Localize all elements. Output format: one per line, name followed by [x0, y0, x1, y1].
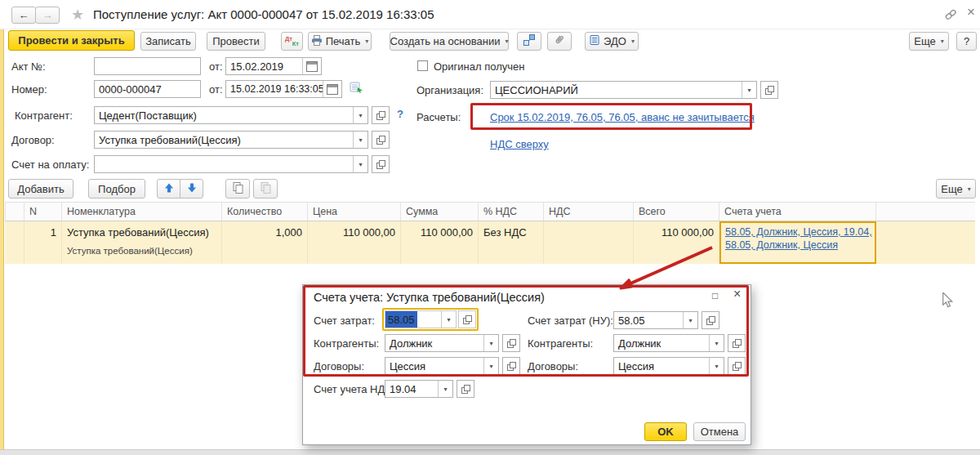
invoice-dropdown-icon[interactable]: ▾ — [353, 156, 368, 172]
vat-account-dropdown-icon[interactable]: ▾ — [438, 381, 452, 397]
cost-account-dropdown-icon[interactable]: ▾ — [441, 311, 456, 328]
organization-open-button[interactable] — [760, 81, 778, 99]
dialog-close-icon[interactable]: × — [733, 288, 741, 301]
contracts-nu-dropdown-icon[interactable]: ▾ — [709, 358, 724, 374]
dtkt-postings-button[interactable]: Дт Кт — [281, 32, 303, 51]
contract-dropdown-icon[interactable]: ▾ — [353, 132, 368, 148]
contracts-open-button[interactable] — [502, 357, 520, 375]
number-datetime-input[interactable]: 15.02.2019 16:33:05 — [225, 80, 342, 98]
counterparties-nu-value: Должник — [614, 335, 709, 351]
header-vat-percent[interactable]: % НДС — [479, 202, 544, 221]
settlements-link[interactable]: Срок 15.02.2019, 76.05, 76.05, аванс не … — [490, 111, 755, 123]
counterparty-open-button[interactable] — [372, 106, 390, 124]
dialog-maximize-icon[interactable]: □ — [712, 291, 718, 301]
help-button[interactable]: ? — [956, 32, 977, 51]
table-more-button[interactable]: Еще ▾ — [936, 179, 976, 199]
create-based-on-button[interactable]: Создать на основании ▾ — [390, 32, 509, 51]
print-dropdown-icon: ▾ — [365, 38, 368, 45]
cost-account-nu-open-button[interactable] — [702, 311, 719, 329]
act-date-input[interactable]: 15.02.2019 — [225, 57, 322, 75]
ok-button[interactable]: OK — [644, 422, 687, 441]
contracts-nu-open-button[interactable] — [728, 357, 746, 375]
related-documents-button[interactable] — [517, 32, 541, 51]
header-accounts[interactable]: Счета учета — [719, 202, 876, 221]
cost-account-combobox[interactable]: 58.05 ▾ — [385, 310, 457, 328]
counterparty-combobox[interactable]: Цедент(Поставщик) ▾ — [94, 106, 368, 124]
forward-button[interactable]: → — [35, 7, 60, 24]
number-input[interactable]: 0000-000047 — [94, 80, 201, 98]
header-sum[interactable]: Сумма — [401, 202, 479, 221]
header-n[interactable]: N — [24, 202, 62, 221]
cell-vat-percent[interactable]: Без НДС — [479, 221, 544, 264]
accounts-link-line2[interactable]: 58.05, Должник, Цессия — [725, 239, 871, 252]
header-vat[interactable]: НДС — [544, 202, 634, 221]
organization-dropdown-icon[interactable]: ▾ — [742, 82, 756, 98]
post-button[interactable]: Провести — [207, 32, 265, 51]
cancel-button[interactable]: Отмена — [693, 422, 746, 441]
cell-n[interactable]: 1 — [24, 221, 62, 264]
delete-row-button[interactable] — [253, 179, 278, 199]
vat-account-open-button[interactable] — [457, 380, 474, 398]
dtkt-icon: Дт Кт — [285, 35, 299, 47]
open-form-icon — [733, 362, 741, 370]
cell-accounts[interactable]: 58.05, Должник, Цессия, 19.04, 58.05, До… — [719, 221, 876, 264]
counterparties-nu-dropdown-icon[interactable]: ▾ — [709, 335, 724, 351]
table-more-label: Еще — [941, 183, 962, 195]
header-quantity[interactable]: Количество — [222, 202, 308, 221]
counterparties-dropdown-icon[interactable]: ▾ — [483, 335, 498, 351]
cost-account-open-button[interactable] — [458, 310, 476, 328]
cost-account-nu-combobox[interactable]: 58.05 ▾ — [613, 311, 698, 329]
contract-value: Уступка требований(Цессия) — [95, 132, 353, 148]
cell-quantity[interactable]: 1,000 — [222, 221, 308, 264]
contracts-combobox[interactable]: Цессия ▾ — [385, 357, 499, 375]
cell-total[interactable]: 110 000,00 — [634, 221, 719, 264]
header-total[interactable]: Всего — [634, 202, 719, 221]
header-price[interactable]: Цена — [308, 202, 401, 221]
number-datetime-calendar-icon[interactable] — [323, 81, 341, 97]
get-link-icon[interactable] — [944, 8, 958, 24]
contract-open-button[interactable] — [372, 131, 390, 149]
edo-button[interactable]: ЭДО ▾ — [585, 32, 639, 51]
add-row-button[interactable]: Добавить — [8, 179, 74, 199]
contract-combobox[interactable]: Уступка требований(Цессия) ▾ — [94, 131, 368, 149]
counterparties-open-button[interactable] — [502, 334, 520, 352]
back-button[interactable]: ← — [11, 7, 36, 24]
header-nomenclature[interactable]: Номенклатура — [62, 202, 222, 221]
copy-row-button[interactable] — [225, 179, 250, 199]
counterparties-nu-open-button[interactable] — [728, 334, 746, 352]
move-row-up-button[interactable] — [157, 179, 180, 199]
counterparty-hint-icon[interactable]: ? — [397, 108, 403, 120]
act-no-input[interactable] — [94, 57, 201, 75]
cell-nomenclature[interactable]: Уступка требований(Цессия) Уступка требо… — [62, 221, 222, 264]
select-number-icon[interactable] — [350, 82, 364, 97]
move-row-down-button[interactable] — [180, 179, 203, 199]
post-and-close-button[interactable]: Провести и закрыть — [8, 30, 135, 51]
print-button[interactable]: Печать ▾ — [308, 32, 372, 51]
invoice-combobox[interactable]: ▾ — [94, 155, 368, 173]
invoice-open-button[interactable] — [372, 155, 390, 173]
pick-button[interactable]: Подбор — [88, 179, 145, 199]
accounts-link-line1[interactable]: 58.05, Должник, Цессия, 19.04, — [725, 225, 871, 239]
cell-vat[interactable] — [544, 221, 634, 264]
table-row[interactable]: 1 Уступка требований(Цессия) Уступка тре… — [5, 221, 975, 264]
cell-price[interactable]: 110 000,00 — [308, 221, 401, 264]
contract-label: Договор: — [11, 134, 55, 146]
favorite-star-icon[interactable]: ★ — [71, 6, 84, 24]
cell-sum[interactable]: 110 000,00 — [401, 221, 479, 264]
save-button[interactable]: Записать — [140, 32, 196, 51]
counterparty-dropdown-icon[interactable]: ▾ — [353, 107, 368, 123]
more-button[interactable]: Еще ▾ — [909, 32, 949, 51]
vat-account-combobox[interactable]: 19.04 ▾ — [385, 380, 453, 398]
counterparties-nu-combobox[interactable]: Должник ▾ — [613, 334, 724, 352]
close-window-icon[interactable]: × — [967, 5, 975, 19]
attachments-button[interactable] — [547, 32, 572, 51]
contracts-dropdown-icon[interactable]: ▾ — [483, 358, 498, 374]
cost-account-nu-dropdown-icon[interactable]: ▾ — [683, 312, 697, 328]
organization-combobox[interactable]: ЦЕССИОНАРИЙ ▾ — [490, 81, 757, 99]
contracts-nu-combobox[interactable]: Цессия ▾ — [613, 357, 724, 375]
act-date-calendar-icon[interactable] — [302, 58, 321, 74]
counterparties-combobox[interactable]: Должник ▾ — [385, 334, 499, 352]
vat-mode-link[interactable]: НДС сверху — [490, 138, 549, 150]
create-based-on-dropdown-icon: ▾ — [505, 38, 508, 45]
original-received-checkbox[interactable] — [417, 60, 428, 71]
